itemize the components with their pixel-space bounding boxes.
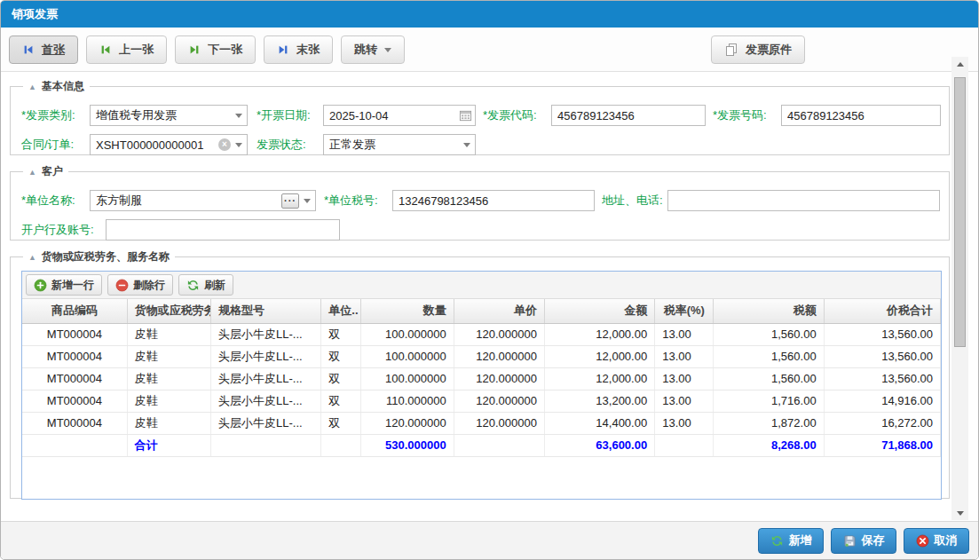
goods-section: ▲ 货物或应税劳务、服务名称 新增一行 删除行 刷新 (10, 249, 950, 499)
browse-ellipsis-icon[interactable]: ··· (281, 193, 299, 209)
invoice-status-input[interactable] (324, 135, 459, 154)
table-row[interactable]: MT000004 皮鞋 头层小牛皮LL-... 双 100.000000 120… (22, 367, 941, 390)
next-page-icon (188, 43, 201, 56)
chevron-down-icon[interactable] (231, 135, 247, 154)
scroll-down-arrow-icon[interactable] (951, 506, 968, 520)
customer-legend: ▲ 客户 (23, 164, 68, 179)
refresh-icon (770, 534, 784, 548)
navigation-toolbar: 首张 上一张 下一张 末张 跳转 发票原件 (1, 28, 978, 72)
prev-invoice-button[interactable]: 上一张 (86, 35, 167, 64)
invoice-date-picker[interactable] (323, 105, 476, 126)
unit-tax-no-label: *单位税号: (324, 193, 392, 209)
window-title: 销项发票 (12, 6, 58, 22)
contract-order-combo[interactable]: × (90, 134, 248, 155)
copy-document-icon (724, 43, 738, 57)
bank-account-input[interactable] (106, 219, 340, 241)
collapse-icon[interactable]: ▲ (28, 253, 36, 262)
col-header-tax-rate[interactable]: 税率(%) (655, 299, 714, 323)
add-button[interactable]: 新增 (758, 528, 824, 554)
last-page-icon (277, 43, 289, 56)
col-header-spec[interactable]: 规格型号 (211, 299, 321, 323)
collapse-icon[interactable]: ▲ (28, 168, 36, 177)
next-invoice-button[interactable]: 下一张 (175, 35, 256, 64)
prev-page-icon (99, 43, 112, 56)
total-label: 合计 (127, 434, 210, 456)
cancel-x-icon (916, 534, 929, 548)
window-titlebar: 销项发票 (1, 1, 978, 28)
table-header-row: 商品编码 货物或应税劳务 规格型号 单位.. 数量 单价 金额 税率(%) 税额… (22, 299, 941, 323)
col-header-tax[interactable]: 税额 (714, 299, 824, 323)
customer-row-1: *单位名称: ··· *单位税号: 地址、电话: (21, 189, 942, 212)
save-button[interactable]: 保存 (831, 528, 896, 554)
total-qty: 530.000000 (361, 434, 454, 456)
scrollbar-thumb[interactable] (954, 77, 966, 347)
plus-circle-icon (34, 279, 47, 292)
unit-name-combo[interactable]: ··· (90, 190, 316, 211)
goods-table: 商品编码 货物或应税劳务 规格型号 单位.. 数量 单价 金额 税率(%) 税额… (22, 299, 941, 457)
basic-row-2: 合同/订单: × 发票状态: (21, 133, 942, 156)
section-title: 客户 (42, 164, 63, 179)
datagrid-toolbar: 新增一行 删除行 刷新 (22, 272, 941, 299)
total-tax: 8,268.00 (714, 434, 824, 456)
invoice-type-combo[interactable] (90, 105, 248, 126)
unit-name-input[interactable] (91, 191, 281, 210)
col-header-name[interactable]: 货物或应税劳务 (127, 299, 210, 323)
minus-circle-icon (115, 279, 129, 292)
total-amount: 63,600.00 (544, 434, 654, 456)
col-header-unit[interactable]: 单位.. (321, 299, 361, 323)
invoice-status-label: 发票状态: (257, 137, 323, 153)
invoice-date-input[interactable] (324, 106, 455, 125)
total-price-tax: 71,868.00 (824, 434, 940, 456)
invoice-type-label: *发票类别: (21, 107, 90, 123)
refresh-button[interactable]: 刷新 (178, 274, 233, 296)
table-row[interactable]: MT000004 皮鞋 头层小牛皮LL-... 双 110.000000 120… (22, 390, 941, 412)
unit-name-label: *单位名称: (21, 193, 90, 209)
col-header-amount[interactable]: 金额 (544, 299, 654, 323)
jump-button[interactable]: 跳转 (341, 35, 405, 64)
invoice-number-label: *发票号码: (713, 107, 781, 123)
chevron-down-icon[interactable] (459, 135, 475, 154)
first-invoice-button[interactable]: 首张 (9, 35, 78, 64)
col-header-price[interactable]: 单价 (454, 299, 544, 323)
last-invoice-button[interactable]: 末张 (264, 35, 333, 64)
table-row[interactable]: MT000004 皮鞋 头层小牛皮LL-... 双 100.000000 120… (22, 323, 941, 345)
chevron-down-icon (384, 48, 391, 52)
section-title: 基本信息 (42, 79, 84, 94)
section-title: 货物或应税劳务、服务名称 (42, 249, 170, 264)
refresh-icon (186, 279, 200, 292)
address-phone-label: 地址、电话: (602, 193, 667, 209)
address-phone-input[interactable] (667, 190, 940, 211)
invoice-status-combo[interactable] (323, 134, 476, 155)
add-row-button[interactable]: 新增一行 (26, 274, 102, 296)
clear-icon[interactable]: × (218, 138, 231, 151)
basic-info-section: ▲ 基本信息 *发票类别: *开票日期: *发票代码: *发票号码 (10, 79, 950, 155)
contract-order-input[interactable] (91, 135, 218, 154)
table-total-row: 合计 530.000000 63,600.00 8,268.00 71,868.… (22, 434, 941, 456)
collapse-icon[interactable]: ▲ (28, 83, 36, 91)
footer-bar: 新增 保存 取消 (1, 521, 978, 559)
chevron-down-icon[interactable] (231, 106, 247, 125)
goods-datagrid: 新增一行 删除行 刷新 (21, 271, 942, 500)
bank-account-label: 开户行及账号: (21, 222, 106, 238)
table-row[interactable]: MT000004 皮鞋 头层小牛皮LL-... 双 120.000000 120… (22, 412, 941, 434)
invoice-code-label: *发票代码: (483, 107, 551, 123)
delete-row-button[interactable]: 删除行 (107, 274, 173, 296)
invoice-code-input[interactable] (551, 105, 706, 126)
customer-section: ▲ 客户 *单位名称: ··· *单位税号: 地址、电话: 开户行及账号: (10, 164, 950, 241)
invoice-type-input[interactable] (91, 106, 231, 125)
cancel-button[interactable]: 取消 (904, 528, 969, 554)
unit-tax-no-input[interactable] (392, 190, 595, 211)
scroll-up-arrow-icon[interactable] (951, 57, 968, 71)
vertical-scrollbar[interactable] (951, 57, 968, 520)
chevron-down-icon[interactable] (299, 191, 315, 210)
col-header-qty[interactable]: 数量 (361, 299, 454, 323)
col-header-total[interactable]: 价税合计 (824, 299, 940, 323)
basic-info-legend: ▲ 基本信息 (23, 79, 90, 94)
col-header-code[interactable]: 商品编码 (22, 299, 127, 323)
invoice-original-button[interactable]: 发票原件 (711, 35, 805, 64)
table-row[interactable]: MT000004 皮鞋 头层小牛皮LL-... 双 100.000000 120… (22, 345, 941, 367)
customer-row-2: 开户行及账号: (21, 218, 942, 241)
save-disk-icon (843, 534, 857, 548)
calendar-icon[interactable] (455, 109, 475, 122)
invoice-number-input[interactable] (781, 105, 941, 126)
